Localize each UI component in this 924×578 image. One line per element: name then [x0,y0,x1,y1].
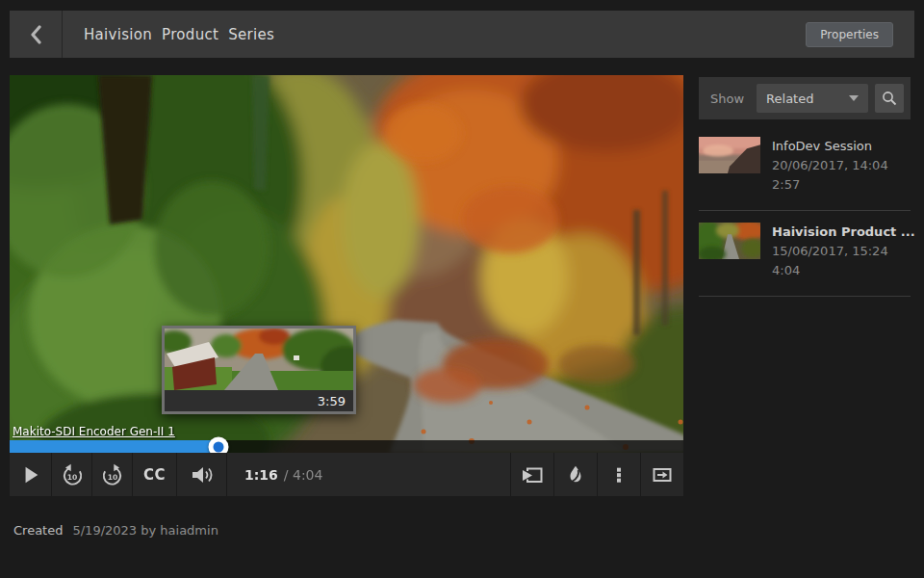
back-chevron-icon [29,25,42,44]
created-row: Created5/19/2023 by haiadmin [13,523,218,538]
related-item-meta: Haivision Product ... 15/06/2017, 15:24 … [772,223,911,280]
seek-preview-image [165,328,353,390]
skip-forward-10-button[interactable]: 10 [92,453,133,496]
related-item-meta: InfoDev Session 20/06/2017, 14:04 2:57 [772,137,888,195]
related-sidebar: Show Related [699,77,911,306]
share-button[interactable] [510,453,553,496]
seek-preview-timestamp: 3:59 [165,390,353,411]
seek-bar[interactable] [10,440,683,453]
search-button[interactable] [875,84,904,113]
show-filter-dropdown[interactable]: Related [757,84,868,113]
thumbnail-image [699,223,760,259]
skip-back-10-icon: 10 [60,462,85,487]
related-item-duration: 2:57 [772,175,888,195]
player-control-bar: 10 10 CC 1:16 / 4:04 [10,453,683,496]
search-icon [882,91,897,106]
related-item[interactable]: Haivision Product ... 15/06/2017, 15:24 … [699,221,911,297]
show-filter-value: Related [766,92,813,106]
more-options-button[interactable] [597,453,640,496]
created-value: 5/19/2023 by haiadmin [72,523,218,538]
app-window: Haivision Product Series Properties [0,0,924,578]
svg-text:10: 10 [107,472,117,481]
topbar-divider [62,11,63,58]
show-filter-row: Show Related [699,77,911,119]
top-bar: Haivision Product Series Properties [10,11,914,58]
flame-button[interactable] [553,453,597,496]
skip-back-10-button[interactable]: 10 [52,453,92,496]
seek-thumb-dot [214,441,224,452]
arrow-in-box-icon [651,463,674,486]
related-item-title[interactable]: InfoDev Session [772,137,888,156]
play-icon [21,464,40,486]
seek-progress [10,440,218,453]
created-label: Created [13,523,63,538]
volume-icon [190,463,215,486]
kebab-menu-icon [608,463,629,486]
cc-label: CC [143,466,166,484]
svg-text:10: 10 [66,472,77,481]
flame-icon [565,463,586,486]
play-button[interactable] [10,453,52,496]
related-item-duration: 4:04 [772,261,911,280]
closed-captions-button[interactable]: CC [133,453,177,496]
related-item-datetime: 20/06/2017, 14:04 [772,156,888,175]
time-display: 1:16 / 4:04 [227,453,510,496]
properties-button[interactable]: Properties [806,22,893,47]
duration: 4:04 [293,467,322,483]
related-item-datetime: 15/06/2017, 15:24 [772,242,911,261]
exit-player-button[interactable] [640,453,683,496]
hotmark-label[interactable]: Makito-SDI Encoder Gen-II 1 [13,425,175,438]
related-list: InfoDev Session 20/06/2017, 14:04 2:57 [699,135,911,297]
current-time: 1:16 [244,467,278,483]
volume-button[interactable] [177,453,227,496]
page-title: Haivision Product Series [84,26,274,43]
chevron-down-icon [849,95,859,101]
video-frame[interactable]: 3:59 Makito-SDI Encoder Gen-II 1 [10,75,683,453]
time-separator: / [284,467,289,483]
related-item[interactable]: InfoDev Session 20/06/2017, 14:04 2:57 [699,135,911,211]
back-button[interactable] [10,11,62,58]
thumbnail-image [699,137,760,173]
seek-preview-tooltip: 3:59 [162,326,356,414]
skip-forward-10-icon: 10 [100,462,125,487]
related-item-title[interactable]: Haivision Product ... [772,223,911,242]
play-in-box-icon [521,463,544,486]
show-label: Show [710,92,744,106]
